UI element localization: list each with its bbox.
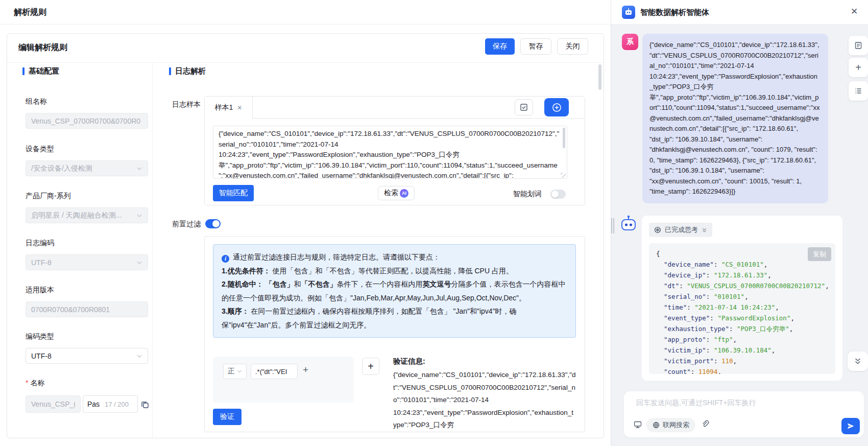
web-search-pill[interactable]: 联网搜索 <box>646 418 695 432</box>
name-input[interactable] <box>87 400 103 408</box>
double-chevron-down-icon <box>854 357 862 365</box>
robot-icon <box>619 215 638 234</box>
code-lines: { "device_name": "CS_010101", "device_ip… <box>656 248 828 374</box>
chat-title: 智能数据解析智能体 <box>640 8 709 17</box>
operator-value: 正 <box>228 367 235 376</box>
plus-icon: + <box>855 62 861 74</box>
basic-section-header: 基础配置 <box>22 66 59 76</box>
prefilter-toggle[interactable] <box>205 219 221 228</box>
name-input-wrap[interactable]: 17 / 200 <box>83 395 138 413</box>
system-avatar: 系 <box>622 34 638 50</box>
chevron-down-icon <box>136 213 142 219</box>
agent-avatar <box>622 6 635 19</box>
page-title: 解析规则 <box>14 7 46 18</box>
close-editor-button[interactable]: 关闭 <box>557 38 588 55</box>
attach-button[interactable] <box>701 419 709 430</box>
chat-input[interactable] <box>636 397 851 408</box>
chevron-down-icon <box>136 166 142 172</box>
copy-name-button[interactable] <box>141 401 149 409</box>
parse-section-header: 日志解析 <box>169 66 206 76</box>
apply-version-label: 适用版本 <box>26 286 54 295</box>
group-name-input: Venus_CSP_0700R0700&0700R0 <box>26 113 148 129</box>
code-block: 复制 { "device_name": "CS_010101", "device… <box>649 243 835 374</box>
assistant-avatar <box>619 215 638 234</box>
editor-title: 编辑解析规则 <box>18 42 67 53</box>
log-encoding-label: 日志编码 <box>26 239 54 248</box>
search-button-label: 检索 <box>384 189 398 198</box>
encode-type-select[interactable]: UTF-8 <box>26 348 148 364</box>
chevron-down-icon <box>136 353 142 359</box>
pattern-input[interactable] <box>251 364 298 379</box>
add-filter-button[interactable]: + <box>362 358 379 375</box>
list-panel-button[interactable] <box>849 81 868 101</box>
search-button[interactable]: 检索 AI <box>378 186 415 200</box>
card-scrollbar[interactable] <box>598 64 601 90</box>
required-asterisk: * <box>26 379 28 387</box>
doc-panel-button[interactable] <box>849 36 868 55</box>
tab-sample1[interactable]: 样本1 ✕ <box>205 97 253 119</box>
system-bubble: {"device_name":"CS_010101","device_ip":"… <box>642 34 828 203</box>
plus-circle-icon <box>552 103 562 112</box>
save-button[interactable]: 保存 <box>485 38 515 55</box>
add-sample-button[interactable] <box>544 98 569 116</box>
prefilter-info-box: i通过前置过滤连接日志与规则，筛选特定日志。请遵循以下要点： 1.优先条件符： … <box>213 244 576 338</box>
device-type-label: 设备类型 <box>26 145 54 154</box>
log-sample-textarea[interactable]: {"device_name":"CS_010101","device_ip":"… <box>213 126 567 179</box>
robot-icon <box>624 8 633 17</box>
verify-title: 验证信息: <box>393 357 425 366</box>
smart-match-button[interactable]: 智能匹配 <box>213 185 254 201</box>
capture-button[interactable] <box>633 420 642 431</box>
log-encoding-select: UTF-8 <box>26 254 148 270</box>
inline-add-icon[interactable]: + <box>303 364 308 375</box>
copy-button[interactable]: 复制 <box>808 247 831 261</box>
verify-button[interactable]: 验证 <box>213 409 242 425</box>
device-type-select: /安全设备/入侵检测 <box>26 160 148 176</box>
name-prefix-input: Venus_CSP_( <box>26 395 81 413</box>
operator-select[interactable]: 正 <box>223 364 247 379</box>
batch-edit-button[interactable] <box>515 99 533 115</box>
capture-icon <box>633 420 642 429</box>
encode-type-label: 编码类型 <box>26 332 54 341</box>
vendor-series-label: 产品厂商-系列 <box>26 192 71 201</box>
parse-section-title: 日志解析 <box>175 66 206 76</box>
toggle-knob <box>212 220 220 227</box>
group-name-label: 组名称 <box>26 97 47 106</box>
textarea-resize-handle[interactable] <box>561 173 566 178</box>
chat-close-button[interactable]: ✕ <box>851 7 858 16</box>
info-line-1: 1.优先条件符： 使用「包含」和「不包含」等代替正则匹配，以提高性能，降低 CP… <box>222 264 567 278</box>
section-bar-icon <box>22 67 25 75</box>
web-search-label: 联网搜索 <box>663 420 689 430</box>
panel-resize-handle[interactable] <box>611 218 615 233</box>
send-plane-icon <box>847 422 855 430</box>
list-icon <box>854 87 862 95</box>
paperclip-icon <box>701 419 709 428</box>
info-icon: i <box>222 255 229 263</box>
thinking-badge[interactable]: 已完成思考 <box>649 223 712 237</box>
stash-button[interactable]: 暂存 <box>520 38 551 55</box>
chevron-down-icon <box>136 260 142 266</box>
highlight-label: 智能划词 <box>513 190 542 199</box>
textarea-scrollbar[interactable] <box>563 128 565 148</box>
send-button[interactable] <box>841 418 860 434</box>
apply-version-input: 0700R0700&0700R0801 <box>26 301 148 317</box>
prefilter-label: 前置过滤 <box>172 220 201 229</box>
document-icon <box>854 41 862 50</box>
copy-icon <box>141 401 149 409</box>
collapse-chat-button[interactable] <box>848 351 868 371</box>
vendor-series-select: 启明星辰 / 天阗超融合检测... <box>26 207 148 223</box>
double-chevron-down-icon <box>702 227 707 233</box>
globe-icon <box>653 421 660 429</box>
verify-text: {"device_name":"CS_010101","device_ip":"… <box>393 369 576 432</box>
info-line-3: 3.顺序： 在同一前置过滤框内，确保内容框按顺序排列，如配置「包含」 "Jan"… <box>222 304 567 332</box>
tab-sample1-label: 样本1 <box>215 103 233 112</box>
card-head-divider <box>7 62 604 63</box>
info-line-intro: i通过前置过滤连接日志与规则，筛选特定日志。请遵循以下要点： <box>222 250 567 264</box>
chevron-down-icon <box>237 369 242 374</box>
tab-close-icon[interactable]: ✕ <box>237 104 242 111</box>
ai-badge: AI <box>400 189 408 198</box>
add-panel-button[interactable]: + <box>849 58 868 77</box>
top-bar: 解析规则 <box>0 0 611 25</box>
check-square-icon <box>520 103 528 111</box>
highlight-toggle[interactable] <box>550 190 566 199</box>
toggle-knob <box>551 191 559 198</box>
